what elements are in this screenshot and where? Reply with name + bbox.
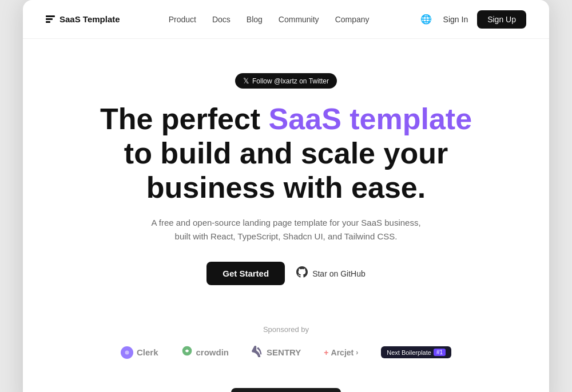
logo-icon <box>46 15 55 23</box>
crowdin-icon <box>181 345 193 359</box>
sign-up-button[interactable]: Sign Up <box>477 10 526 29</box>
crowdin-label: crowdin <box>196 347 229 357</box>
nav-company[interactable]: Company <box>335 15 370 24</box>
nav-actions: 🌐 Sign In Sign Up <box>418 10 526 29</box>
get-started-button[interactable]: Get Started <box>206 262 285 285</box>
clerk-label: Clerk <box>137 347 158 357</box>
demo-badge-wrapper: Demo of SaaS Boilerplate <box>23 388 549 392</box>
sponsor-sentry[interactable]: SENTRY <box>252 346 301 359</box>
boilerplate-badge-tag: #1 <box>434 349 446 356</box>
hero-section: 𝕏 Follow @lxartz on Twitter The perfect … <box>23 39 549 308</box>
sponsors-section: Sponsored by Clerk <box>23 308 549 382</box>
hero-actions: Get Started Star on GitHub <box>206 262 365 285</box>
sponsor-arcjet[interactable]: + Arcjet › <box>324 348 358 357</box>
sponsor-next-boilerplate[interactable]: Next Boilerplate #1 <box>381 346 451 358</box>
clerk-icon <box>121 346 133 359</box>
github-icon <box>296 266 308 281</box>
hero-title-part1: The perfect <box>100 102 269 135</box>
hero-title-part2: to build and scale your business with ea… <box>124 137 448 204</box>
nav-links: Product Docs Blog Community Company <box>169 14 370 25</box>
next-boilerplate-label: Next Boilerplate <box>387 349 431 356</box>
sponsored-by-label: Sponsored by <box>46 325 526 334</box>
github-button[interactable]: Star on GitHub <box>296 266 366 281</box>
sentry-icon <box>252 346 263 359</box>
hero-title-highlight: SaaS template <box>269 102 472 135</box>
sponsor-clerk[interactable]: Clerk <box>121 346 158 359</box>
arcjet-icon: + <box>324 348 328 357</box>
sponsor-crowdin[interactable]: crowdin <box>181 345 229 359</box>
nav-product[interactable]: Product <box>169 15 196 24</box>
arcjet-label: Arcjet <box>331 348 354 357</box>
browser-window: SaaS Template Product Docs Blog Communit… <box>23 0 549 392</box>
arcjet-suffix: › <box>356 349 358 357</box>
language-button[interactable]: 🌐 <box>418 11 434 27</box>
twitter-icon: 𝕏 <box>243 77 249 85</box>
navbar: SaaS Template Product Docs Blog Communit… <box>23 0 549 39</box>
nav-community[interactable]: Community <box>279 15 319 24</box>
demo-badge[interactable]: Demo of SaaS Boilerplate <box>231 388 341 392</box>
github-label: Star on GitHub <box>312 269 366 278</box>
follow-badge-text: Follow @lxartz on Twitter <box>252 77 329 85</box>
sentry-label: SENTRY <box>267 347 301 357</box>
logo-text: SaaS Template <box>59 14 120 24</box>
follow-badge[interactable]: 𝕏 Follow @lxartz on Twitter <box>235 73 337 89</box>
nav-docs[interactable]: Docs <box>212 15 231 24</box>
sign-in-button[interactable]: Sign In <box>443 15 468 24</box>
sponsors-row: Clerk crowdin SENTRY <box>46 345 526 359</box>
nav-blog[interactable]: Blog <box>247 15 263 24</box>
hero-subtitle: A free and open-source landing page temp… <box>143 216 429 243</box>
logo[interactable]: SaaS Template <box>46 14 120 24</box>
hero-title: The perfect SaaS template to build and s… <box>92 102 480 205</box>
